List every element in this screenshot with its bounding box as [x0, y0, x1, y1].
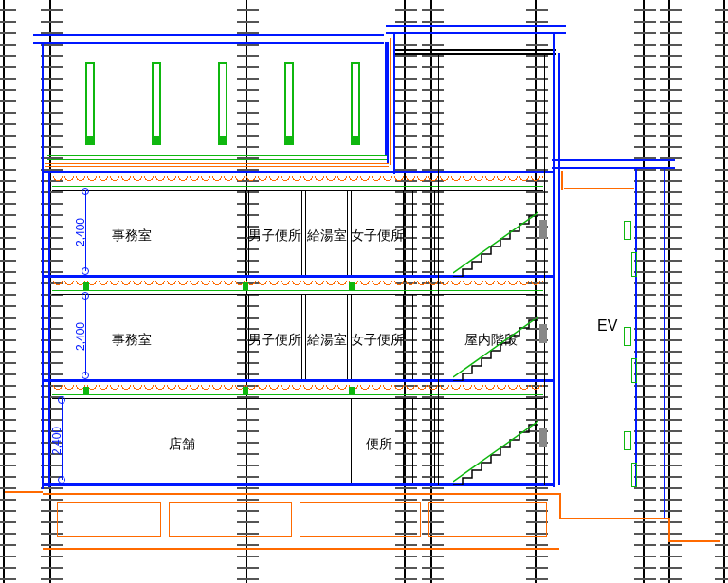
parapet-inner	[387, 42, 389, 163]
stair-icon	[453, 315, 538, 381]
stair-icon	[453, 210, 538, 277]
parapet-lining	[561, 171, 563, 190]
room-label-mens-wc: 男子便所	[248, 228, 301, 245]
room-label-pantry: 給湯室	[307, 332, 347, 349]
wall-marker	[624, 431, 631, 450]
slab-underside	[52, 385, 543, 392]
gridline	[643, 0, 645, 583]
column-marker	[243, 282, 248, 290]
stair-landing-handle	[539, 220, 547, 239]
rooftop-equipment-base	[284, 137, 294, 145]
rooftop-equipment	[152, 62, 161, 137]
partition	[434, 190, 435, 275]
dimension-endpoint	[82, 188, 89, 195]
parapet-cap	[33, 34, 384, 36]
dimension-label: 2,400	[74, 322, 87, 351]
wall-marker	[624, 327, 631, 346]
partition	[305, 190, 306, 275]
foundation-cell	[169, 502, 292, 537]
stair-shaft-wall	[558, 53, 560, 485]
room-label-womens-wc: 女子便所	[351, 332, 404, 349]
penthouse-wall	[393, 32, 395, 174]
wall-marker	[631, 358, 637, 383]
room-top	[52, 398, 543, 399]
stair-landing-handle	[539, 324, 547, 343]
core-wall	[544, 53, 545, 485]
penthouse-ceiling	[393, 53, 556, 55]
partition	[412, 190, 413, 275]
ceiling-line	[52, 394, 543, 395]
foundation-bottom	[43, 548, 559, 550]
column-marker	[83, 282, 89, 290]
rooftop-equipment	[85, 62, 95, 137]
slab-underside	[52, 281, 543, 288]
dimension-endpoint	[82, 292, 89, 300]
dimension-endpoint	[58, 396, 65, 404]
parapet-lining	[390, 38, 391, 165]
rooftop-equipment	[351, 62, 360, 137]
dimension-endpoint	[58, 476, 65, 483]
ev-shaft-wall	[635, 167, 637, 487]
grade-line	[559, 518, 668, 519]
partition	[403, 398, 404, 483]
outer-wall-left	[42, 42, 44, 489]
room-label-pantry: 給湯室	[307, 228, 347, 245]
gridline	[535, 0, 537, 583]
roof-membrane	[46, 163, 389, 164]
stair-landing-handle	[539, 428, 547, 447]
rooftop-equipment-base	[351, 137, 360, 145]
penthouse-roof	[386, 25, 566, 27]
room-label-wc: 便所	[366, 436, 392, 453]
roof-deck-line	[47, 155, 387, 156]
dimension-endpoint	[82, 267, 89, 275]
roof-deck-line	[47, 159, 387, 160]
dimension-label: 2,400	[50, 427, 64, 455]
column-marker	[83, 387, 89, 394]
partition	[434, 398, 435, 483]
rooftop-equipment-base	[85, 137, 95, 145]
grade-line	[5, 491, 43, 493]
rooftop-equipment	[218, 62, 228, 137]
room-label-office: 事務室	[112, 228, 152, 245]
building-section-drawing: 事務室 男子便所 給湯室 女子便所 事務室 男子便所 給湯室 女子便所 店舗 便…	[0, 0, 728, 583]
room-label-mens-wc: 男子便所	[248, 332, 301, 349]
wall-marker	[624, 221, 631, 240]
parapet-cap-right	[552, 159, 675, 161]
foundation-step	[559, 493, 561, 519]
partition	[301, 294, 302, 379]
rooftop-equipment-base	[218, 137, 228, 145]
slab-underside	[52, 176, 543, 184]
grade-line	[668, 540, 720, 542]
partition	[347, 294, 348, 379]
partition	[245, 294, 246, 379]
gridline	[723, 0, 725, 583]
ceiling-line	[52, 186, 543, 187]
rooftop-equipment	[284, 62, 294, 137]
room-label-shop: 店舗	[169, 436, 195, 453]
foundation-cell	[300, 502, 421, 537]
foundation-step	[668, 518, 670, 542]
room-top	[52, 190, 543, 191]
roof-membrane	[46, 166, 389, 167]
column-marker	[243, 387, 248, 394]
wall-marker	[631, 252, 637, 277]
room-top	[52, 294, 543, 295]
partition	[347, 190, 348, 275]
column-marker	[349, 282, 355, 290]
gridline	[430, 0, 432, 583]
partition	[245, 190, 246, 275]
partition	[305, 294, 306, 379]
dimension-endpoint	[82, 372, 89, 379]
partition	[434, 294, 435, 379]
parapet-cap	[33, 42, 384, 44]
foundation-cell	[428, 502, 547, 537]
penthouse-roof	[386, 32, 566, 34]
outer-wall-right	[664, 167, 665, 518]
parapet-cap-right	[552, 167, 675, 169]
rooftop-equipment-base	[152, 137, 161, 145]
partition	[412, 294, 413, 379]
gridline	[404, 0, 406, 583]
room-label-office: 事務室	[112, 332, 152, 349]
gridline	[246, 0, 247, 583]
grade-line	[43, 493, 559, 495]
